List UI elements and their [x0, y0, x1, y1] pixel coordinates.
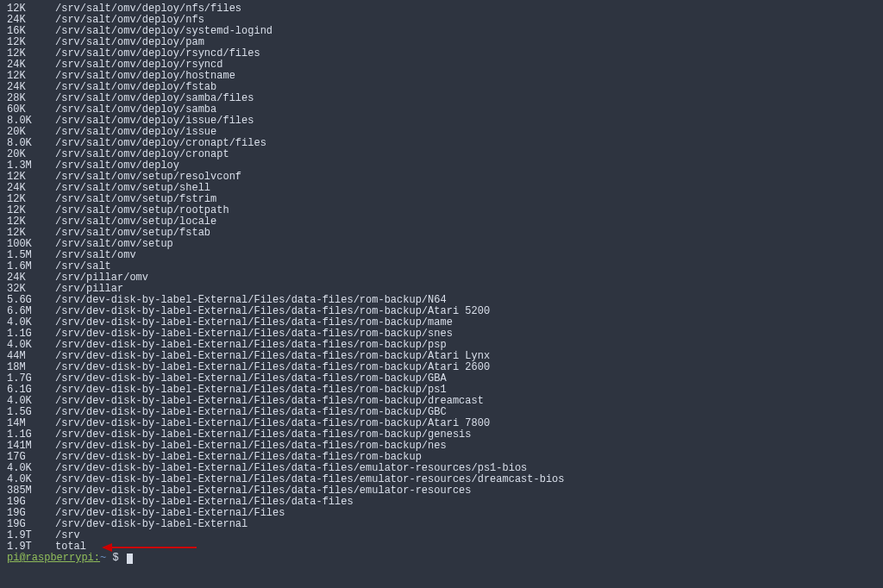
- output-line: 24K/srv/pillar/omv: [7, 272, 876, 284]
- prompt-user-host: pi@raspberrypi: [7, 552, 94, 564]
- output-line: 1.9T/srv: [7, 530, 876, 541]
- path-value: total: [55, 541, 86, 553]
- arrow-annotation-icon: [102, 544, 197, 551]
- output-line: 1.5M/srv/salt/omv: [7, 250, 876, 261]
- terminal-output: 12K/srv/salt/omv/deploy/nfs/files24K/srv…: [7, 3, 876, 553]
- prompt-line[interactable]: pi@raspberrypi:~ $: [7, 553, 876, 564]
- output-line: 19G/srv/dev-disk-by-label-External: [7, 519, 876, 530]
- prompt-symbol: $: [106, 552, 125, 564]
- output-line: 100K/srv/salt/omv/setup: [7, 239, 876, 250]
- output-line: 1.9Ttotal: [7, 541, 876, 553]
- size-value: 1.9T: [7, 541, 55, 553]
- prompt-colon: :: [94, 552, 100, 564]
- path-value: /srv/dev-disk-by-label-External: [55, 519, 247, 530]
- cursor: [127, 554, 133, 564]
